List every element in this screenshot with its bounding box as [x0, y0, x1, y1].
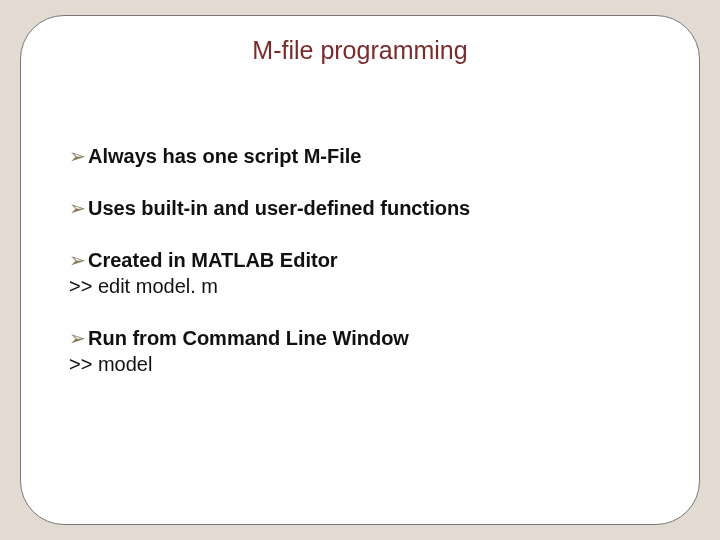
bullet-label: Always has one script M-File — [88, 143, 361, 169]
chevron-right-icon: ➢ — [69, 325, 86, 351]
bullet-item: ➢ Run from Command Line Window >> model — [69, 325, 651, 377]
slide-card: M-file programming ➢ Always has one scri… — [20, 15, 700, 525]
bullet-item: ➢ Uses built-in and user-defined functio… — [69, 195, 651, 221]
slide-title: M-file programming — [129, 36, 591, 65]
bullet-head: ➢ Uses built-in and user-defined functio… — [69, 195, 651, 221]
bullet-label: Run from Command Line Window — [88, 325, 409, 351]
chevron-right-icon: ➢ — [69, 247, 86, 273]
bullet-head: ➢ Created in MATLAB Editor — [69, 247, 651, 273]
chevron-right-icon: ➢ — [69, 143, 86, 169]
bullet-head: ➢ Run from Command Line Window — [69, 325, 651, 351]
bullet-head: ➢ Always has one script M-File — [69, 143, 651, 169]
bullet-item: ➢ Always has one script M-File — [69, 143, 651, 169]
bullet-label: Uses built-in and user-defined functions — [88, 195, 470, 221]
code-line: >> edit model. m — [69, 273, 651, 299]
code-line: >> model — [69, 351, 651, 377]
chevron-right-icon: ➢ — [69, 195, 86, 221]
bullet-label: Created in MATLAB Editor — [88, 247, 338, 273]
bullet-item: ➢ Created in MATLAB Editor >> edit model… — [69, 247, 651, 299]
